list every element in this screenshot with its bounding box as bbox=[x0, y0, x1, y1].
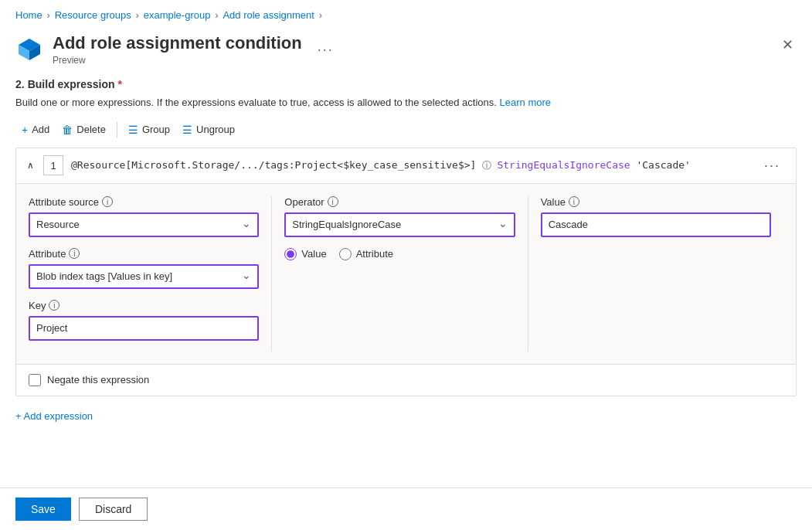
add-expression-section: + Add expression bbox=[0, 396, 812, 436]
ungroup-button[interactable]: ☰ Ungroup bbox=[176, 120, 241, 140]
attribute-info[interactable]: i bbox=[69, 248, 80, 259]
section: 2. Build expression * Build one or more … bbox=[0, 73, 812, 110]
section-name: Build expression bbox=[28, 78, 115, 90]
operator-select-wrapper: StringEqualsIgnoreCase StringEquals Stri… bbox=[284, 212, 515, 237]
app-icon bbox=[15, 36, 43, 63]
radio-attribute-input[interactable] bbox=[339, 248, 352, 260]
add-label: Add bbox=[32, 124, 49, 135]
section-description: Build one or more expressions. If the ex… bbox=[15, 95, 797, 110]
group-label: Group bbox=[142, 124, 170, 135]
value-info[interactable]: i bbox=[569, 196, 579, 207]
breadcrumb-add-role-assignment[interactable]: Add role assignment bbox=[223, 9, 314, 21]
collapse-icon: ∧ bbox=[27, 160, 34, 171]
operator-label: Operator i bbox=[284, 196, 515, 208]
value-display: 'Cascade' bbox=[636, 159, 690, 171]
close-button[interactable]: ✕ bbox=[779, 33, 797, 56]
info-circle: ⓘ bbox=[482, 160, 497, 171]
attribute-source-select-wrapper: Resource Request Environment bbox=[29, 212, 259, 237]
delete-icon: 🗑 bbox=[62, 124, 73, 136]
expression-number: 1 bbox=[43, 155, 63, 175]
delete-button[interactable]: 🗑 Delete bbox=[56, 120, 112, 140]
breadcrumb-sep-3: › bbox=[215, 10, 218, 21]
attribute-source-info[interactable]: i bbox=[102, 196, 113, 207]
header-left: Add role assignment condition Preview ··… bbox=[15, 33, 340, 66]
learn-more-link[interactable]: Learn more bbox=[500, 97, 551, 108]
attribute-source-select[interactable]: Resource Request Environment bbox=[29, 212, 259, 237]
expression-container: ∧ 1 @Resource[Microsoft.Storage/.../tags… bbox=[15, 148, 797, 396]
value-group: Value i Cascade bbox=[541, 196, 771, 237]
radio-value-input[interactable] bbox=[284, 248, 297, 260]
breadcrumb-sep-1: › bbox=[47, 10, 50, 21]
group-icon: ☰ bbox=[128, 124, 138, 136]
ungroup-label: Ungroup bbox=[196, 124, 235, 135]
value-type-radio-group: Value Attribute bbox=[284, 248, 515, 260]
ungroup-icon: ☰ bbox=[182, 124, 192, 136]
form-column-middle: Operator i StringEqualsIgnoreCase String… bbox=[272, 196, 528, 352]
negate-section: Negate this expression bbox=[16, 364, 796, 396]
breadcrumb-example-group[interactable]: example-group bbox=[144, 9, 211, 21]
cube-svg bbox=[17, 37, 42, 62]
dialog-header: Add role assignment condition Preview ··… bbox=[0, 30, 812, 73]
radio-value-label: Value bbox=[301, 248, 326, 260]
breadcrumb: Home › Resource groups › example-group ›… bbox=[0, 0, 812, 30]
attribute-select-wrapper: Blob index tags [Values in key] Containe… bbox=[29, 264, 259, 289]
add-expression-label: + Add expression bbox=[15, 410, 93, 422]
add-button[interactable]: + Add bbox=[15, 120, 56, 140]
negate-checkbox[interactable] bbox=[29, 374, 41, 386]
collapse-button[interactable]: ∧ bbox=[25, 158, 36, 172]
expression-form: Attribute source i Resource Request Envi… bbox=[16, 184, 796, 364]
key-group: Key i Project bbox=[29, 300, 259, 341]
close-icon: ✕ bbox=[782, 36, 793, 53]
dialog-title: Add role assignment condition bbox=[53, 33, 302, 53]
key-info[interactable]: i bbox=[49, 300, 59, 311]
delete-label: Delete bbox=[76, 124, 106, 135]
required-indicator: * bbox=[118, 78, 122, 90]
attribute-label: Attribute i bbox=[29, 248, 259, 260]
expression-formula: @Resource[Microsoft.Storage/.../tags:Pro… bbox=[71, 159, 750, 172]
expression-more-button[interactable]: ··· bbox=[758, 155, 787, 177]
key-label: Key i bbox=[29, 300, 259, 311]
expression-header: ∧ 1 @Resource[Microsoft.Storage/.../tags… bbox=[16, 148, 796, 184]
radio-value[interactable]: Value bbox=[284, 248, 326, 260]
form-column-right: Value i Cascade bbox=[528, 196, 783, 352]
value-input[interactable]: Cascade bbox=[541, 212, 771, 237]
add-icon: + bbox=[22, 124, 28, 136]
attribute-select[interactable]: Blob index tags [Values in key] Containe… bbox=[29, 264, 259, 289]
page-wrapper: Home › Resource groups › example-group ›… bbox=[0, 0, 812, 530]
add-expression-button[interactable]: + Add expression bbox=[15, 407, 93, 425]
toolbar: + Add 🗑 Delete ☰ Group ☰ Ungroup bbox=[0, 120, 812, 148]
header-text: Add role assignment condition Preview bbox=[53, 33, 302, 66]
operator-highlight: StringEqualsIgnoreCase bbox=[497, 159, 630, 171]
preview-label: Preview bbox=[53, 55, 302, 66]
operator-select[interactable]: StringEqualsIgnoreCase StringEquals Stri… bbox=[284, 212, 515, 237]
section-title: 2. Build expression * bbox=[15, 78, 797, 90]
operator-group: Operator i StringEqualsIgnoreCase String… bbox=[284, 196, 515, 237]
breadcrumb-home[interactable]: Home bbox=[15, 9, 42, 21]
toolbar-separator bbox=[117, 122, 117, 138]
attribute-source-label: Attribute source i bbox=[29, 196, 259, 208]
key-input[interactable]: Project bbox=[29, 316, 259, 341]
attribute-group: Attribute i Blob index tags [Values in k… bbox=[29, 248, 259, 289]
group-button[interactable]: ☰ Group bbox=[122, 120, 176, 140]
negate-label: Negate this expression bbox=[47, 374, 149, 386]
discard-button[interactable]: Discard bbox=[79, 498, 148, 521]
breadcrumb-sep-4: › bbox=[319, 10, 322, 21]
breadcrumb-sep-2: › bbox=[136, 10, 139, 21]
section-number: 2. bbox=[15, 78, 25, 90]
formula-prefix: @Resource[Microsoft.Storage/.../tags:Pro… bbox=[71, 159, 476, 171]
save-button[interactable]: Save bbox=[15, 498, 71, 521]
footer: Save Discard bbox=[0, 488, 812, 530]
value-label: Value i bbox=[541, 196, 771, 208]
form-column-left: Attribute source i Resource Request Envi… bbox=[29, 196, 272, 352]
operator-info[interactable]: i bbox=[328, 196, 338, 207]
radio-attribute-label: Attribute bbox=[356, 248, 393, 260]
attribute-source-group: Attribute source i Resource Request Envi… bbox=[29, 196, 259, 237]
breadcrumb-resource-groups[interactable]: Resource groups bbox=[55, 9, 131, 21]
header-more-button[interactable]: ··· bbox=[311, 39, 340, 61]
radio-attribute[interactable]: Attribute bbox=[339, 248, 393, 260]
